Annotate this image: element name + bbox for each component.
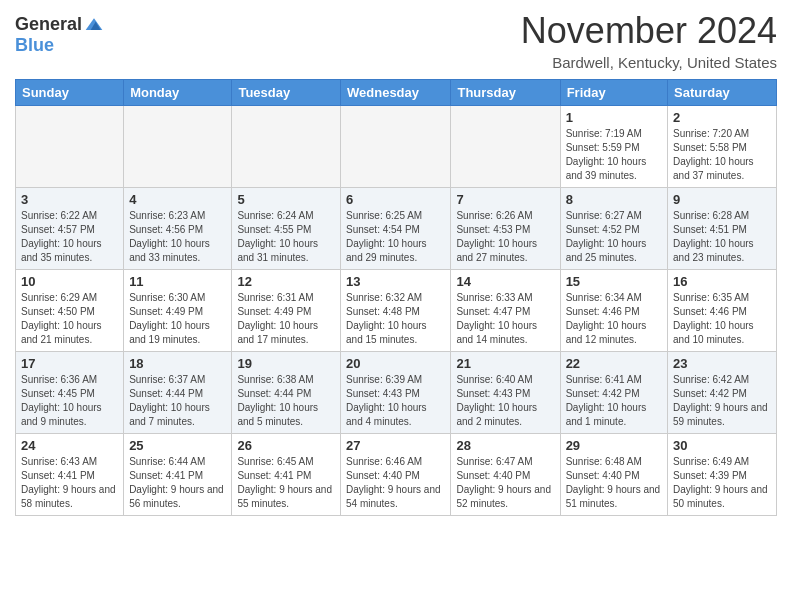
- day-number: 19: [237, 356, 335, 371]
- calendar-week-row: 17Sunrise: 6:36 AM Sunset: 4:45 PM Dayli…: [16, 352, 777, 434]
- table-row: 12Sunrise: 6:31 AM Sunset: 4:49 PM Dayli…: [232, 270, 341, 352]
- day-info: Sunrise: 6:42 AM Sunset: 4:42 PM Dayligh…: [673, 373, 771, 429]
- table-row: [16, 106, 124, 188]
- day-number: 10: [21, 274, 118, 289]
- day-number: 27: [346, 438, 445, 453]
- day-info: Sunrise: 6:30 AM Sunset: 4:49 PM Dayligh…: [129, 291, 226, 347]
- table-row: 27Sunrise: 6:46 AM Sunset: 4:40 PM Dayli…: [341, 434, 451, 516]
- table-row: 18Sunrise: 6:37 AM Sunset: 4:44 PM Dayli…: [124, 352, 232, 434]
- table-row: [232, 106, 341, 188]
- day-info: Sunrise: 6:44 AM Sunset: 4:41 PM Dayligh…: [129, 455, 226, 511]
- day-number: 14: [456, 274, 554, 289]
- day-info: Sunrise: 6:36 AM Sunset: 4:45 PM Dayligh…: [21, 373, 118, 429]
- table-row: 17Sunrise: 6:36 AM Sunset: 4:45 PM Dayli…: [16, 352, 124, 434]
- header-wednesday: Wednesday: [341, 80, 451, 106]
- day-info: Sunrise: 6:45 AM Sunset: 4:41 PM Dayligh…: [237, 455, 335, 511]
- table-row: [451, 106, 560, 188]
- table-row: 23Sunrise: 6:42 AM Sunset: 4:42 PM Dayli…: [668, 352, 777, 434]
- day-info: Sunrise: 6:38 AM Sunset: 4:44 PM Dayligh…: [237, 373, 335, 429]
- day-number: 7: [456, 192, 554, 207]
- day-info: Sunrise: 6:34 AM Sunset: 4:46 PM Dayligh…: [566, 291, 662, 347]
- weekday-header-row: Sunday Monday Tuesday Wednesday Thursday…: [16, 80, 777, 106]
- day-info: Sunrise: 6:32 AM Sunset: 4:48 PM Dayligh…: [346, 291, 445, 347]
- table-row: 13Sunrise: 6:32 AM Sunset: 4:48 PM Dayli…: [341, 270, 451, 352]
- calendar-week-row: 1Sunrise: 7:19 AM Sunset: 5:59 PM Daylig…: [16, 106, 777, 188]
- table-row: 1Sunrise: 7:19 AM Sunset: 5:59 PM Daylig…: [560, 106, 667, 188]
- day-number: 11: [129, 274, 226, 289]
- table-row: 14Sunrise: 6:33 AM Sunset: 4:47 PM Dayli…: [451, 270, 560, 352]
- table-row: [124, 106, 232, 188]
- calendar-week-row: 24Sunrise: 6:43 AM Sunset: 4:41 PM Dayli…: [16, 434, 777, 516]
- calendar-week-row: 10Sunrise: 6:29 AM Sunset: 4:50 PM Dayli…: [16, 270, 777, 352]
- day-info: Sunrise: 6:37 AM Sunset: 4:44 PM Dayligh…: [129, 373, 226, 429]
- day-number: 3: [21, 192, 118, 207]
- day-info: Sunrise: 6:40 AM Sunset: 4:43 PM Dayligh…: [456, 373, 554, 429]
- day-info: Sunrise: 6:28 AM Sunset: 4:51 PM Dayligh…: [673, 209, 771, 265]
- header-sunday: Sunday: [16, 80, 124, 106]
- day-info: Sunrise: 6:47 AM Sunset: 4:40 PM Dayligh…: [456, 455, 554, 511]
- day-number: 1: [566, 110, 662, 125]
- title-section: November 2024 Bardwell, Kentucky, United…: [521, 10, 777, 71]
- day-info: Sunrise: 6:26 AM Sunset: 4:53 PM Dayligh…: [456, 209, 554, 265]
- table-row: 11Sunrise: 6:30 AM Sunset: 4:49 PM Dayli…: [124, 270, 232, 352]
- header-friday: Friday: [560, 80, 667, 106]
- day-number: 22: [566, 356, 662, 371]
- table-row: 2Sunrise: 7:20 AM Sunset: 5:58 PM Daylig…: [668, 106, 777, 188]
- day-info: Sunrise: 6:22 AM Sunset: 4:57 PM Dayligh…: [21, 209, 118, 265]
- table-row: 29Sunrise: 6:48 AM Sunset: 4:40 PM Dayli…: [560, 434, 667, 516]
- month-title: November 2024: [521, 10, 777, 52]
- day-info: Sunrise: 6:49 AM Sunset: 4:39 PM Dayligh…: [673, 455, 771, 511]
- day-number: 18: [129, 356, 226, 371]
- day-number: 29: [566, 438, 662, 453]
- day-info: Sunrise: 6:43 AM Sunset: 4:41 PM Dayligh…: [21, 455, 118, 511]
- day-info: Sunrise: 6:33 AM Sunset: 4:47 PM Dayligh…: [456, 291, 554, 347]
- day-number: 28: [456, 438, 554, 453]
- table-row: 8Sunrise: 6:27 AM Sunset: 4:52 PM Daylig…: [560, 188, 667, 270]
- day-info: Sunrise: 6:46 AM Sunset: 4:40 PM Dayligh…: [346, 455, 445, 511]
- day-number: 4: [129, 192, 226, 207]
- table-row: 7Sunrise: 6:26 AM Sunset: 4:53 PM Daylig…: [451, 188, 560, 270]
- calendar: Sunday Monday Tuesday Wednesday Thursday…: [15, 79, 777, 516]
- logo: General Blue: [15, 10, 104, 56]
- table-row: 4Sunrise: 6:23 AM Sunset: 4:56 PM Daylig…: [124, 188, 232, 270]
- table-row: 16Sunrise: 6:35 AM Sunset: 4:46 PM Dayli…: [668, 270, 777, 352]
- table-row: 10Sunrise: 6:29 AM Sunset: 4:50 PM Dayli…: [16, 270, 124, 352]
- day-info: Sunrise: 7:19 AM Sunset: 5:59 PM Dayligh…: [566, 127, 662, 183]
- table-row: 20Sunrise: 6:39 AM Sunset: 4:43 PM Dayli…: [341, 352, 451, 434]
- day-info: Sunrise: 6:48 AM Sunset: 4:40 PM Dayligh…: [566, 455, 662, 511]
- day-number: 15: [566, 274, 662, 289]
- logo-blue: Blue: [15, 35, 54, 56]
- day-number: 30: [673, 438, 771, 453]
- table-row: 25Sunrise: 6:44 AM Sunset: 4:41 PM Dayli…: [124, 434, 232, 516]
- table-row: 3Sunrise: 6:22 AM Sunset: 4:57 PM Daylig…: [16, 188, 124, 270]
- day-info: Sunrise: 7:20 AM Sunset: 5:58 PM Dayligh…: [673, 127, 771, 183]
- day-number: 12: [237, 274, 335, 289]
- day-number: 21: [456, 356, 554, 371]
- day-info: Sunrise: 6:35 AM Sunset: 4:46 PM Dayligh…: [673, 291, 771, 347]
- table-row: 9Sunrise: 6:28 AM Sunset: 4:51 PM Daylig…: [668, 188, 777, 270]
- logo-general: General: [15, 14, 82, 35]
- day-number: 26: [237, 438, 335, 453]
- header-thursday: Thursday: [451, 80, 560, 106]
- table-row: 15Sunrise: 6:34 AM Sunset: 4:46 PM Dayli…: [560, 270, 667, 352]
- table-row: 22Sunrise: 6:41 AM Sunset: 4:42 PM Dayli…: [560, 352, 667, 434]
- table-row: 24Sunrise: 6:43 AM Sunset: 4:41 PM Dayli…: [16, 434, 124, 516]
- table-row: 26Sunrise: 6:45 AM Sunset: 4:41 PM Dayli…: [232, 434, 341, 516]
- day-info: Sunrise: 6:41 AM Sunset: 4:42 PM Dayligh…: [566, 373, 662, 429]
- day-info: Sunrise: 6:39 AM Sunset: 4:43 PM Dayligh…: [346, 373, 445, 429]
- location: Bardwell, Kentucky, United States: [521, 54, 777, 71]
- day-info: Sunrise: 6:31 AM Sunset: 4:49 PM Dayligh…: [237, 291, 335, 347]
- day-number: 8: [566, 192, 662, 207]
- logo-icon: [84, 15, 104, 35]
- calendar-week-row: 3Sunrise: 6:22 AM Sunset: 4:57 PM Daylig…: [16, 188, 777, 270]
- table-row: 28Sunrise: 6:47 AM Sunset: 4:40 PM Dayli…: [451, 434, 560, 516]
- day-number: 9: [673, 192, 771, 207]
- day-info: Sunrise: 6:29 AM Sunset: 4:50 PM Dayligh…: [21, 291, 118, 347]
- day-number: 13: [346, 274, 445, 289]
- page: General Blue November 2024 Bardwell, Ken…: [0, 0, 792, 612]
- day-number: 6: [346, 192, 445, 207]
- table-row: 21Sunrise: 6:40 AM Sunset: 4:43 PM Dayli…: [451, 352, 560, 434]
- day-info: Sunrise: 6:25 AM Sunset: 4:54 PM Dayligh…: [346, 209, 445, 265]
- table-row: [341, 106, 451, 188]
- day-number: 24: [21, 438, 118, 453]
